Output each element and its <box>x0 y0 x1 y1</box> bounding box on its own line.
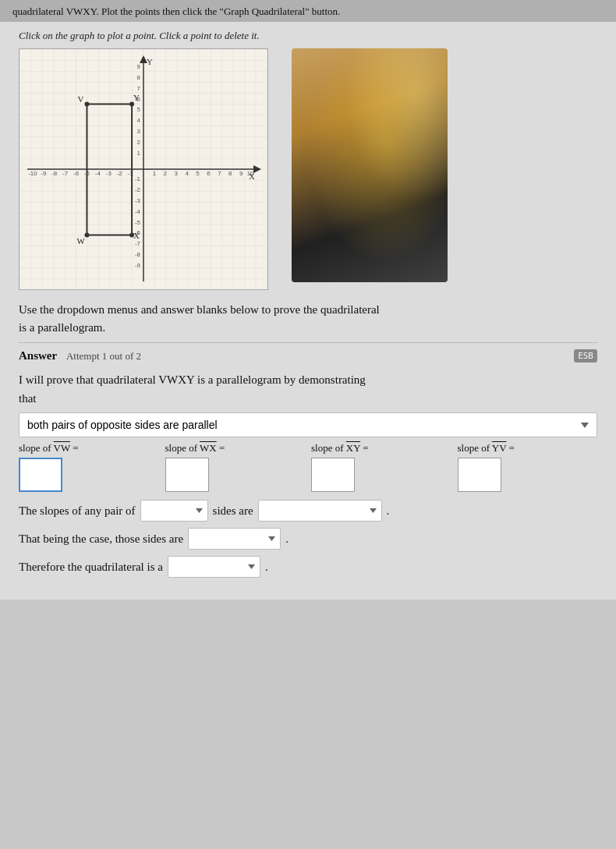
slope-yv-input[interactable] <box>458 458 501 492</box>
slopes-of-any-label: The slopes of any pair of <box>19 504 136 518</box>
svg-text:-8: -8 <box>135 251 141 258</box>
svg-text:-9: -9 <box>41 170 47 177</box>
svg-text:9: 9 <box>239 170 243 177</box>
svg-text:6: 6 <box>207 170 211 177</box>
svg-text:-8: -8 <box>51 170 58 177</box>
slope-xy-col: slope of XY = <box>311 442 451 492</box>
period-1: . <box>387 504 390 518</box>
svg-point-52 <box>84 233 89 238</box>
svg-text:-5: -5 <box>135 219 141 226</box>
svg-text:Y: Y <box>133 93 140 102</box>
svg-text:-4: -4 <box>95 170 101 177</box>
answer-header: Answer Attempt 1 out of 2 ESB <box>19 349 597 363</box>
svg-text:5: 5 <box>196 170 200 177</box>
slope-vw-input[interactable] <box>19 458 62 492</box>
slope-xy-label: slope of XY = <box>311 442 369 455</box>
slope-vw-label: slope of VW = <box>19 442 79 455</box>
attempt-label: Attempt 1 out of 2 <box>66 350 141 362</box>
period-3: . <box>265 561 268 574</box>
svg-text:-2: -2 <box>135 186 141 193</box>
slope-wx-label: slope of WX = <box>165 442 225 455</box>
that-being-label: That being the case, those sides are <box>19 532 183 546</box>
sides-are-dropdown[interactable]: equal negative reciprocals <box>258 500 382 522</box>
wx-overline: WX <box>200 442 217 454</box>
svg-text:7: 7 <box>137 85 141 92</box>
graph-svg: Y X -10 -9 -8 -7 -6 -5 -4 -3 <box>19 49 267 289</box>
content-area: Click on the graph to plot a point. Clic… <box>0 22 616 600</box>
svg-text:-3: -3 <box>106 170 112 177</box>
bottom-row-1: The slopes of any pair of opposite adjac… <box>19 500 597 522</box>
svg-text:10: 10 <box>247 170 254 177</box>
svg-text:Y: Y <box>147 57 153 66</box>
slope-vw-col: slope of VW = <box>19 442 159 492</box>
svg-text:2: 2 <box>137 139 141 146</box>
svg-point-54 <box>129 102 134 107</box>
svg-text:-7: -7 <box>62 170 69 177</box>
svg-text:-1: -1 <box>135 175 141 182</box>
xy-overline: XY <box>346 442 360 454</box>
slope-wx-input[interactable] <box>165 458 209 492</box>
svg-text:4: 4 <box>137 118 141 125</box>
main-instruction-line1: Use the dropdown menus and answer blanks… <box>19 303 380 316</box>
quad-type-dropdown[interactable]: parallelogram rectangle rhombus <box>168 556 260 578</box>
main-instruction: Use the dropdown menus and answer blanks… <box>19 301 597 336</box>
sides-are-label: sides are <box>213 504 253 518</box>
main-instruction-line2: is a parallelogram. <box>19 321 105 334</box>
top-instruction: quadrilateral VWXY. Plot the points then… <box>12 5 340 17</box>
graph-canvas[interactable]: Y X -10 -9 -8 -7 -6 -5 -4 -3 <box>19 48 268 290</box>
top-bar: quadrilateral VWXY. Plot the points then… <box>0 0 616 22</box>
svg-text:X: X <box>133 232 140 241</box>
slope-xy-input[interactable] <box>311 458 355 492</box>
page-container: quadrilateral VWXY. Plot the points then… <box>0 0 616 600</box>
svg-text:-3: -3 <box>135 197 141 204</box>
method-dropdown-row: both pairs of opposite sides are paralle… <box>19 412 597 437</box>
prove-line2: that <box>19 392 37 405</box>
svg-text:5: 5 <box>137 107 141 114</box>
bottom-row-3: Therefore the quadrilateral is a paralle… <box>19 556 597 578</box>
svg-text:8: 8 <box>228 170 232 177</box>
slopes-row: slope of VW = slope of WX = slope of XY … <box>19 442 597 492</box>
graph-instructions: Click on the graph to plot a point. Clic… <box>19 30 597 42</box>
graph-photo <box>292 48 448 282</box>
vw-overline: VW <box>54 442 70 454</box>
divider-1 <box>19 342 597 343</box>
prove-text: I will prove that quadrilateral VWXY is … <box>19 370 597 408</box>
svg-text:-9: -9 <box>135 262 141 269</box>
graph-row: Y X -10 -9 -8 -7 -6 -5 -4 -3 <box>19 48 597 290</box>
slope-yv-label: slope of YV = <box>458 442 515 455</box>
therefore-label: Therefore the quadrilateral is a <box>19 561 163 574</box>
svg-text:9: 9 <box>137 63 141 70</box>
svg-text:7: 7 <box>218 170 221 177</box>
svg-text:1: 1 <box>153 170 157 177</box>
ese-badge: ESB <box>574 349 597 363</box>
svg-text:-2: -2 <box>117 170 123 177</box>
svg-text:-4: -4 <box>135 208 141 215</box>
svg-text:-6: -6 <box>73 170 80 177</box>
answer-left: Answer Attempt 1 out of 2 <box>19 349 141 363</box>
svg-text:V: V <box>78 94 84 104</box>
svg-text:-10: -10 <box>28 170 37 177</box>
pair-type-dropdown[interactable]: opposite adjacent <box>140 500 208 522</box>
sides-are2-dropdown[interactable]: parallel perpendicular <box>188 528 281 550</box>
svg-text:2: 2 <box>164 170 168 177</box>
svg-text:3: 3 <box>137 128 141 135</box>
bottom-rows: The slopes of any pair of opposite adjac… <box>19 500 597 578</box>
yv-overline: YV <box>492 442 507 454</box>
slope-yv-col: slope of YV = <box>458 442 598 492</box>
answer-label: Answer <box>19 349 57 362</box>
period-2: . <box>285 532 289 546</box>
svg-text:3: 3 <box>175 170 179 177</box>
svg-text:8: 8 <box>137 74 141 81</box>
bottom-row-2: That being the case, those sides are par… <box>19 528 597 550</box>
graph-section: Y X -10 -9 -8 -7 -6 -5 -4 -3 <box>19 48 284 290</box>
method-dropdown[interactable]: both pairs of opposite sides are paralle… <box>19 412 597 437</box>
svg-point-51 <box>84 102 89 107</box>
svg-text:1: 1 <box>137 150 141 157</box>
prove-line1: I will prove that quadrilateral VWXY is … <box>19 373 366 386</box>
svg-point-53 <box>129 233 134 238</box>
svg-text:4: 4 <box>185 170 189 177</box>
photo-overlay <box>292 48 448 282</box>
svg-text:W: W <box>77 237 86 246</box>
slope-wx-col: slope of WX = <box>165 442 306 492</box>
svg-text:-7: -7 <box>135 241 141 248</box>
